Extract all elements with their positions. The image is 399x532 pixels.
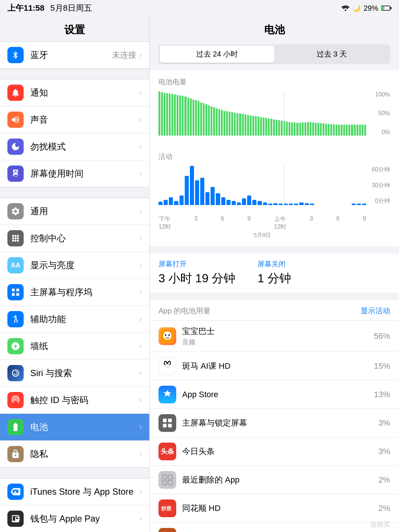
accessibility-icon: [7, 311, 24, 327]
activity-bar-item: [310, 204, 314, 205]
general-label: 通用: [30, 205, 136, 217]
screen-off-value: 1 分钟: [258, 270, 291, 287]
app-usage-header: App 的电池用量 显示活动: [150, 300, 399, 321]
battery-bar-item: [260, 117, 262, 136]
siri-label: Siri 与搜索: [30, 367, 136, 379]
app-row-appstore[interactable]: App Store 13%: [150, 381, 399, 409]
show-activity-button[interactable]: 显示活动: [361, 306, 390, 316]
svg-point-17: [168, 334, 170, 336]
battery-bar-item: [213, 107, 215, 136]
sidebar-section-1: 蓝牙 未连接 ›: [0, 41, 149, 69]
activity-chart: 60分钟 30分钟 0分钟: [158, 166, 390, 214]
screen-on-stat: 屏幕打开 3 小时 19 分钟: [158, 259, 235, 287]
tonghuashun-app-icon: 炒股: [158, 499, 176, 517]
watermark: 值得买: [370, 520, 390, 529]
app-row-homescreen[interactable]: 主屏幕与锁定屏幕 3%: [150, 409, 399, 437]
baobao-info: 宝宝巴士 音频: [182, 326, 374, 347]
battery-bar-item: [177, 95, 178, 136]
deleted-name: 最近删除的 App: [182, 474, 378, 485]
sidebar-item-wallet[interactable]: 钱包与 Apple Pay ›: [0, 505, 149, 532]
app-row-baobao[interactable]: 宝宝巴士 音频 56%: [150, 321, 399, 352]
activity-bar-item: [284, 204, 288, 205]
sidebar-item-touchid[interactable]: 触控 ID 与密码 ›: [0, 387, 149, 414]
chevron-icon: ›: [139, 341, 142, 351]
bluetooth-icon: [7, 47, 24, 63]
sidebar-item-wallpaper[interactable]: 墙纸 ›: [0, 333, 149, 360]
act-y-60: 60分钟: [368, 166, 390, 174]
battery-bar-item: [236, 113, 238, 136]
y-label-100: 100%: [368, 91, 390, 98]
app-row-toutiao[interactable]: 头条 今日头条 3%: [150, 437, 399, 466]
appstore-info: App Store: [182, 390, 374, 399]
chart-y-labels: 100% 50% 0%: [368, 91, 390, 136]
battery-bar-item: [174, 94, 176, 136]
activity-bar-item: [299, 202, 303, 205]
battery-bar-item: [362, 125, 364, 136]
battery-label: 电池: [30, 421, 136, 433]
sidebar-item-homescreen[interactable]: 主屏幕与程序坞 ›: [0, 279, 149, 306]
battery-menu-icon: [7, 419, 24, 435]
x-label-2: 6: [221, 215, 224, 231]
app-row-banma[interactable]: 斑马 AI课 HD 15%: [150, 352, 399, 381]
x-label-7: 9: [363, 215, 366, 231]
accessibility-label: 辅助功能: [30, 313, 136, 325]
itunes-label: iTunes Store 与 App Store: [30, 486, 136, 498]
act-y-0: 0分钟: [368, 197, 390, 205]
tab-3d[interactable]: 过去 3 天: [274, 45, 389, 63]
chart-divider: [284, 91, 284, 136]
app-row-deleted[interactable]: 最近删除的 App 2%: [150, 466, 399, 494]
sidebar-item-accessibility[interactable]: 辅助功能 ›: [0, 306, 149, 333]
battery-bar-item: [234, 113, 236, 136]
svg-point-5: [17, 235, 19, 237]
sidebar-item-privacy[interactable]: 隐私 ›: [0, 441, 149, 467]
activity-bar-item: [158, 202, 163, 205]
sidebar-item-controlcenter[interactable]: 控制中心 ›: [0, 225, 149, 252]
battery-bar-item: [265, 118, 267, 136]
sidebar-item-notifications[interactable]: 通知 ›: [0, 79, 149, 106]
tab-switcher[interactable]: 过去 24 小时 过去 3 天: [158, 44, 390, 64]
x-label-0: 下午12时: [158, 215, 171, 231]
battery-bar-item: [338, 125, 340, 136]
sidebar-item-display[interactable]: AA 显示与亮度 ›: [0, 252, 149, 279]
battery-bar-item: [190, 98, 192, 136]
svg-rect-27: [163, 424, 167, 427]
sidebar-item-general[interactable]: 通用 ›: [0, 198, 149, 225]
activity-bar-item: [232, 201, 236, 205]
x-label-1: 3: [194, 215, 198, 231]
touchid-icon: [7, 392, 24, 408]
battery-bar-item: [218, 109, 220, 136]
app-row-sketchbook[interactable]: SketchBook 2%: [150, 523, 399, 532]
sidebar-item-itunes[interactable]: iTunes Store 与 App Store ›: [0, 478, 149, 505]
battery-bar-item: [263, 117, 265, 136]
notifications-icon: [7, 85, 24, 101]
content-area[interactable]: 电池 过去 24 小时 过去 3 天 电池电量 100% 50% 0% 活动: [150, 16, 399, 532]
tab-24h[interactable]: 过去 24 小时: [160, 45, 274, 63]
sidebar[interactable]: 设置 蓝牙 未连接 › 通知: [0, 16, 150, 532]
battery-bar-item: [200, 102, 202, 136]
screen-on-value: 3 小时 19 分钟: [158, 270, 235, 287]
battery-bar-item: [192, 99, 194, 136]
activity-bar-item: [195, 180, 199, 205]
activity-y-labels: 60分钟 30分钟 0分钟: [368, 166, 390, 205]
moon-icon: 🌙: [352, 4, 361, 12]
activity-bar-item: [294, 204, 298, 205]
x-label-4: 上午12时: [274, 215, 286, 231]
sidebar-item-dnd[interactable]: 勿扰模式 ›: [0, 133, 149, 160]
sidebar-item-bluetooth[interactable]: 蓝牙 未连接 ›: [0, 42, 149, 68]
svg-point-16: [165, 334, 167, 336]
svg-point-4: [14, 235, 16, 237]
activity-label: 活动: [158, 152, 390, 161]
sidebar-item-battery[interactable]: 电池 ›: [0, 414, 149, 441]
app-row-tonghuashun[interactable]: 炒股 同花顺 HD 2%: [150, 494, 399, 523]
chevron-icon: ›: [139, 142, 142, 151]
sidebar-item-screentime[interactable]: 屏幕使用时间 ›: [0, 160, 149, 187]
sidebar-item-siri[interactable]: Siri 与搜索 ›: [0, 360, 149, 387]
svg-rect-31: [163, 481, 167, 485]
battery-bar-item: [317, 123, 319, 136]
activity-bar-item: [268, 204, 272, 205]
chevron-icon: ›: [139, 395, 142, 405]
status-bar: 上午11:58 5月8日周五 🌙 29%: [0, 0, 399, 16]
activity-bars: [158, 166, 366, 205]
sidebar-item-sounds[interactable]: 声音 ›: [0, 106, 149, 133]
battery-bar-item: [198, 101, 200, 136]
